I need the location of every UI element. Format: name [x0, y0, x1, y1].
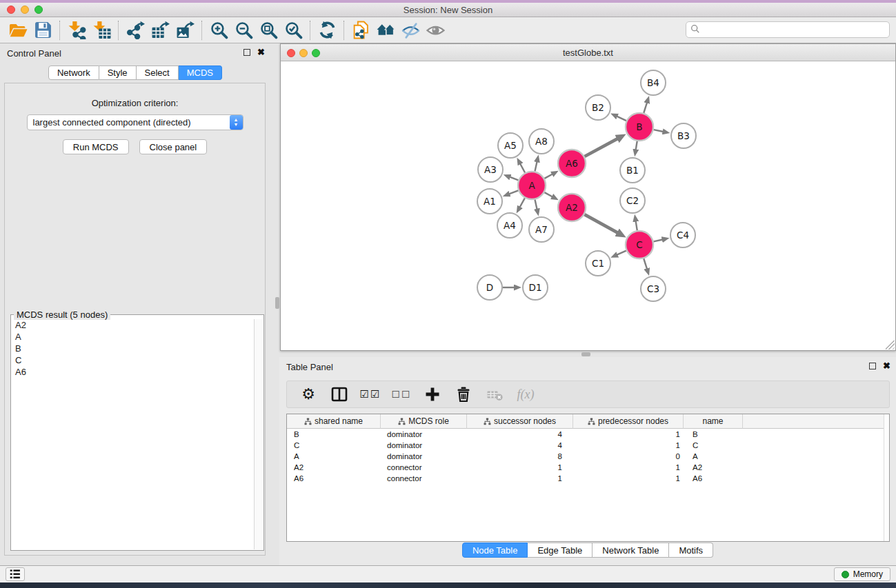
cell-name[interactable]: B [684, 429, 743, 440]
cell-MCDS-role[interactable]: dominator [381, 429, 467, 440]
edge-C-C4[interactable] [653, 240, 662, 242]
zoom-fit-button[interactable] [256, 19, 281, 41]
cell-MCDS-role[interactable]: connector [381, 462, 467, 473]
hide-selected-button[interactable] [398, 19, 423, 41]
deselect-all-checkboxes-button[interactable]: ☐☐ [391, 385, 412, 404]
cell-shared-name[interactable]: B [287, 429, 381, 440]
edge-B-B3[interactable] [654, 130, 664, 132]
cell-predecessor-nodes[interactable]: 0 [573, 451, 684, 462]
optimization-criterion-dropdown[interactable]: largest connected component (directed) ▲… [27, 114, 243, 130]
network-canvas[interactable]: B4B2BB3A8A5A6A3B1AC2A1A2A4A7C4CC1DD1C3 [281, 61, 895, 350]
zoom-out-button[interactable] [231, 19, 256, 41]
edge-A-A7[interactable] [535, 200, 537, 210]
column-header-predecessor-nodes[interactable]: predecessor nodes [573, 414, 684, 429]
column-header-MCDS-role[interactable]: MCDS role [381, 414, 467, 429]
refresh-layout-button[interactable] [315, 19, 339, 41]
export-table-button[interactable] [148, 19, 172, 41]
duplicate-network-button[interactable] [348, 19, 373, 41]
edge-C-C2[interactable] [636, 221, 637, 231]
column-header-successor-nodes[interactable]: successor nodes [467, 414, 573, 429]
run-mcds-button[interactable]: Run MCDS [63, 139, 129, 154]
tab-network[interactable]: Network [48, 65, 99, 80]
table-row[interactable]: A6connector11A6 [287, 473, 889, 484]
cell-name[interactable]: A6 [684, 473, 743, 484]
table-row[interactable]: A2connector11A2 [287, 462, 889, 473]
window-resize-grip[interactable] [886, 341, 895, 349]
cell-successor-nodes[interactable]: 1 [467, 462, 573, 473]
cell-successor-nodes[interactable]: 4 [467, 429, 573, 440]
cell-name[interactable]: A2 [684, 462, 743, 473]
mcds-result-item[interactable]: C [12, 354, 254, 366]
mcds-result-item[interactable]: A [12, 331, 254, 343]
edge-B-B4[interactable] [644, 103, 647, 113]
edge-C-C1[interactable] [617, 251, 626, 255]
open-file-button[interactable] [6, 19, 30, 41]
cell-predecessor-nodes[interactable]: 1 [573, 462, 684, 473]
gear-button[interactable]: ⚙ [298, 385, 319, 404]
close-panel-icon[interactable]: ✖ [257, 48, 265, 56]
table-row[interactable]: Adominator80A [287, 451, 889, 462]
edge-A-A5[interactable] [520, 163, 525, 172]
close-table-panel-icon[interactable]: ✖ [883, 362, 890, 369]
first-neighbors-button[interactable] [373, 19, 398, 41]
cell-MCDS-role[interactable]: dominator [381, 440, 467, 451]
cell-MCDS-role[interactable]: dominator [381, 451, 467, 462]
tab-edge-table[interactable]: Edge Table [528, 543, 593, 558]
edge-B-B1[interactable] [636, 141, 637, 150]
cell-predecessor-nodes[interactable]: 1 [573, 473, 684, 484]
show-all-button[interactable] [423, 19, 448, 41]
horizontal-splitter-handle[interactable] [581, 352, 590, 356]
cell-successor-nodes[interactable]: 4 [467, 440, 573, 451]
tab-network-table[interactable]: Network Table [593, 543, 669, 558]
edge-A-A8[interactable] [535, 161, 537, 171]
tab-style[interactable]: Style [99, 65, 137, 80]
cell-shared-name[interactable]: C [287, 440, 381, 451]
cell-predecessor-nodes[interactable]: 1 [573, 440, 684, 451]
mcds-result-item[interactable]: A6 [12, 366, 254, 378]
task-history-button[interactable] [6, 567, 25, 581]
search-box[interactable] [686, 21, 890, 38]
import-table-button[interactable] [89, 19, 114, 41]
cell-shared-name[interactable]: A2 [287, 462, 381, 473]
edge-A-A2[interactable] [544, 192, 552, 196]
tab-select[interactable]: Select [137, 65, 179, 80]
edge-A-A6[interactable] [544, 174, 552, 178]
edge-B-B2[interactable] [617, 116, 626, 121]
cell-name[interactable]: A [684, 451, 743, 462]
split-columns-button[interactable] [329, 385, 350, 404]
mcds-result-item[interactable]: A2 [12, 319, 254, 331]
float-table-panel-icon[interactable] [869, 363, 876, 369]
result-list-scrollbar[interactable] [254, 319, 263, 549]
vertical-splitter-handle[interactable] [275, 297, 279, 309]
edge-A-A4[interactable] [519, 198, 524, 207]
edge-A-A1[interactable] [509, 190, 518, 194]
cell-shared-name[interactable]: A [287, 451, 381, 462]
cell-predecessor-nodes[interactable]: 1 [573, 429, 684, 440]
column-header-name[interactable]: name [684, 414, 743, 429]
memory-button[interactable]: Memory [834, 567, 890, 581]
float-panel-icon[interactable] [243, 49, 250, 56]
save-session-button[interactable] [30, 19, 55, 41]
edge-A-A3[interactable] [510, 177, 518, 181]
cell-successor-nodes[interactable]: 1 [467, 473, 573, 484]
select-all-checkboxes-button[interactable]: ☑☑ [360, 385, 381, 404]
edge-A6-B[interactable] [584, 139, 617, 156]
tab-node-table[interactable]: Node Table [462, 543, 528, 558]
search-input[interactable] [700, 23, 889, 37]
export-image-button[interactable] [172, 19, 197, 41]
export-network-button[interactable] [123, 19, 148, 41]
tab-mcds[interactable]: MCDS [179, 65, 222, 80]
column-header-shared-name[interactable]: shared name [287, 414, 381, 429]
cell-shared-name[interactable]: A6 [287, 473, 381, 484]
mcds-result-item[interactable]: B [12, 343, 254, 354]
edge-C-C3[interactable] [644, 258, 647, 269]
tab-motifs[interactable]: Motifs [669, 543, 713, 558]
zoom-selected-button[interactable] [281, 19, 306, 41]
cell-MCDS-role[interactable]: connector [381, 473, 467, 484]
close-panel-button[interactable]: Close panel [139, 139, 208, 154]
edge-A2-C[interactable] [584, 214, 617, 232]
table-row[interactable]: Bdominator41B [287, 429, 889, 440]
network-window-titlebar[interactable]: testGlobe.txt [281, 44, 895, 61]
cell-name[interactable]: C [684, 440, 743, 451]
import-network-button[interactable] [64, 19, 89, 41]
